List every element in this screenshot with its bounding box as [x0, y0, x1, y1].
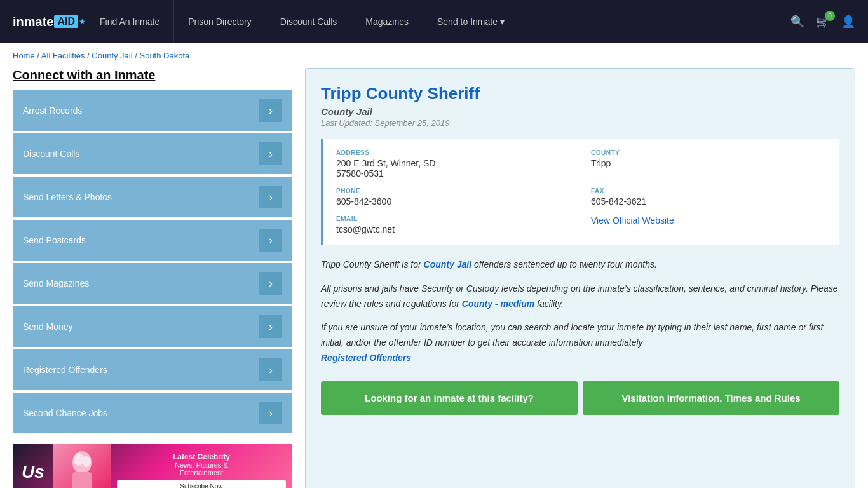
- desc2-link[interactable]: County - medium: [462, 299, 534, 309]
- sidebar-arrow-icon: ›: [259, 358, 282, 381]
- svg-rect-1: [72, 472, 92, 488]
- sidebar-send-magazines-label: Send Magazines: [23, 278, 89, 288]
- sidebar-arrow-icon: ›: [259, 315, 282, 338]
- sidebar-arrow-icon: ›: [259, 99, 282, 122]
- sidebar-discount-calls[interactable]: Discount Calls ›: [13, 133, 292, 174]
- sidebar-arrow-icon: ›: [259, 142, 282, 165]
- nav-prison-directory[interactable]: Prison Directory: [174, 0, 266, 43]
- cart-container[interactable]: 🛒 0: [816, 15, 830, 29]
- breadcrumb-home[interactable]: Home: [13, 51, 35, 60]
- facility-title: Tripp County Sheriff: [321, 84, 839, 104]
- sidebar-send-money-label: Send Money: [23, 322, 73, 332]
- sidebar-arrest-records[interactable]: Arrest Records ›: [13, 90, 292, 131]
- search-icon[interactable]: 🔍: [790, 15, 804, 29]
- cta-visitation-info[interactable]: Visitation Information, Times and Rules: [583, 381, 839, 415]
- nav-right: 🔍 🛒 0 👤: [790, 15, 855, 29]
- sidebar-arrest-records-label: Arrest Records: [23, 105, 82, 116]
- breadcrumb: Home / All Facilities / County Jail / So…: [0, 43, 868, 68]
- desc2-end: facility.: [534, 299, 564, 309]
- ad-sub2: Entertainment: [180, 469, 223, 477]
- desc1-end: offenders sentenced up to twenty four mo…: [471, 259, 657, 269]
- address-group: ADDRESS 200 E 3rd St, Winner, SD 57580-0…: [336, 149, 572, 179]
- fax-group: FAX 605-842-3621: [591, 187, 827, 207]
- county-group: COUNTY Tripp: [591, 149, 827, 179]
- user-icon[interactable]: 👤: [841, 15, 855, 29]
- sidebar-title: Connect with an Inmate: [13, 68, 292, 83]
- sidebar-send-money[interactable]: Send Money ›: [13, 306, 292, 347]
- nav-find-inmate[interactable]: Find An Inmate: [86, 0, 174, 43]
- desc1-text: Tripp County Sheriff is for: [321, 259, 424, 269]
- fax-value: 605-842-3621: [591, 196, 827, 207]
- address-label: ADDRESS: [336, 149, 572, 156]
- sidebar-arrow-icon: ›: [259, 402, 282, 424]
- logo-inmate-text: inmate: [13, 15, 53, 29]
- phone-label: PHONE: [336, 187, 572, 194]
- sidebar-registered-offenders[interactable]: Registered Offenders ›: [13, 349, 292, 390]
- ad-text-block: Latest Celebrity News, Pictures & Entert…: [111, 446, 292, 489]
- breadcrumb-state[interactable]: South Dakota: [139, 51, 189, 60]
- sidebar-send-magazines[interactable]: Send Magazines ›: [13, 263, 292, 304]
- sidebar-discount-calls-label: Discount Calls: [23, 149, 79, 159]
- phone-value: 605-842-3600: [336, 196, 572, 207]
- county-value: Tripp: [591, 158, 827, 168]
- sidebar-second-chance-jobs-label: Second Chance Jobs: [23, 408, 107, 418]
- cart-badge-count: 0: [825, 11, 835, 21]
- website-group: View Official Website: [591, 215, 827, 234]
- registered-offenders-link[interactable]: Registered Offenders: [321, 353, 411, 363]
- ad-sub1: News, Pictures &: [175, 461, 228, 469]
- logo[interactable]: inmate AID ★: [13, 15, 86, 29]
- sidebar-registered-offenders-label: Registered Offenders: [23, 365, 107, 375]
- sidebar-arrow-icon: ›: [259, 186, 282, 208]
- sidebar: Connect with an Inmate Arrest Records › …: [13, 68, 292, 488]
- email-group: EMAIL tcso@gwtc.net: [336, 215, 572, 234]
- breadcrumb-county-jail[interactable]: County Jail: [92, 51, 132, 60]
- description-2: All prisons and jails have Security or C…: [321, 281, 839, 312]
- cta-buttons: Looking for an inmate at this facility? …: [321, 381, 839, 415]
- nav-send-to-inmate[interactable]: Send to Inmate ▾: [423, 0, 519, 43]
- main-container: Connect with an Inmate Arrest Records › …: [0, 68, 868, 488]
- sidebar-advertisement[interactable]: Us Latest Celebrity News, Pictures & Ent…: [13, 444, 292, 488]
- address-line2: 57580-0531: [336, 168, 572, 179]
- address-line1: 200 E 3rd St, Winner, SD: [336, 158, 572, 168]
- breadcrumb-all-facilities[interactable]: All Facilities: [41, 51, 85, 60]
- facility-info-box: ADDRESS 200 E 3rd St, Winner, SD 57580-0…: [321, 139, 839, 245]
- sidebar-send-letters[interactable]: Send Letters & Photos ›: [13, 177, 292, 217]
- nav-links: Find An Inmate Prison Directory Discount…: [86, 0, 790, 43]
- ad-logo-text: Us: [13, 456, 53, 488]
- nav-discount-calls[interactable]: Discount Calls: [266, 0, 351, 43]
- sidebar-arrow-icon: ›: [259, 272, 282, 295]
- description-1: Tripp County Sheriff is for County Jail …: [321, 257, 839, 273]
- facility-type: County Jail: [321, 106, 839, 117]
- ad-image: [53, 444, 111, 488]
- sidebar-send-letters-label: Send Letters & Photos: [23, 192, 112, 202]
- logo-aid-text: AID: [54, 15, 78, 28]
- svg-point-3: [82, 456, 91, 467]
- navigation: inmate AID ★ Find An Inmate Prison Direc…: [0, 0, 868, 43]
- logo-star-icon: ★: [79, 17, 86, 26]
- email-label: EMAIL: [336, 215, 572, 222]
- website-link[interactable]: View Official Website: [591, 215, 674, 226]
- sidebar-arrow-icon: ›: [259, 229, 282, 252]
- sidebar-second-chance-jobs[interactable]: Second Chance Jobs ›: [13, 393, 292, 433]
- sidebar-send-postcards[interactable]: Send Postcards ›: [13, 220, 292, 261]
- nav-magazines[interactable]: Magazines: [351, 0, 423, 43]
- facility-last-updated: Last Updated: September 25, 2019: [321, 118, 839, 128]
- sidebar-send-postcards-label: Send Postcards: [23, 235, 86, 245]
- fax-label: FAX: [591, 187, 827, 194]
- facility-content: Tripp County Sheriff County Jail Last Up…: [305, 68, 855, 488]
- county-label: COUNTY: [591, 149, 827, 156]
- cta-find-inmate[interactable]: Looking for an inmate at this facility?: [321, 381, 578, 415]
- ad-subscribe-btn[interactable]: Subscribe Now: [117, 480, 286, 489]
- desc1-bold: County Jail: [424, 259, 471, 269]
- desc2-text: All prisons and jails have Security or C…: [321, 283, 837, 309]
- email-value: tcso@gwtc.net: [336, 224, 572, 234]
- desc3-text: If you are unsure of your inmate’s locat…: [321, 322, 823, 348]
- description-3: If you are unsure of your inmate’s locat…: [321, 320, 839, 365]
- phone-group: PHONE 605-842-3600: [336, 187, 572, 207]
- ad-headline: Latest Celebrity: [173, 452, 230, 461]
